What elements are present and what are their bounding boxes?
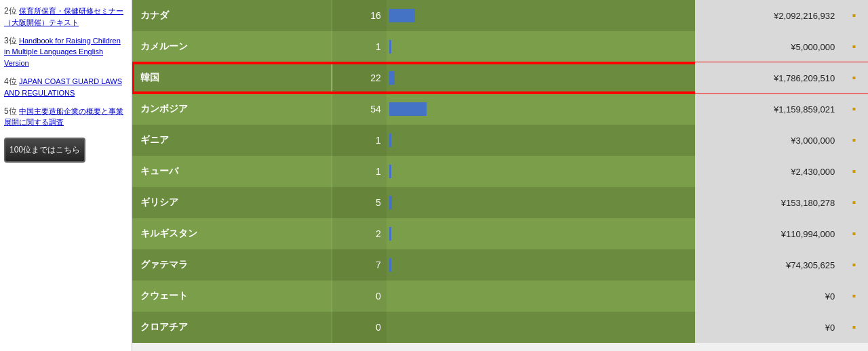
bar-cell bbox=[387, 187, 695, 218]
table-row: クロアチア0¥0▪ bbox=[132, 312, 868, 343]
bar-cell bbox=[387, 249, 695, 281]
bar-cell bbox=[387, 31, 695, 62]
count-value: 7 bbox=[332, 249, 387, 281]
bar-cell bbox=[387, 94, 695, 125]
amount-value: ¥3,000,000 bbox=[695, 125, 840, 156]
country-name: 韓国 bbox=[132, 62, 332, 94]
row-icon: ▪ bbox=[840, 0, 867, 31]
count-value: 1 bbox=[332, 156, 387, 187]
amount-value: ¥2,092,216,932 bbox=[695, 0, 840, 31]
rank-num-2: 2位 bbox=[4, 6, 17, 16]
main-content: カナダ16¥2,092,216,932▪カメルーン1¥5,000,000▪韓国2… bbox=[132, 0, 868, 351]
count-value: 0 bbox=[332, 281, 387, 312]
count-value: 5 bbox=[332, 187, 387, 218]
amount-value: ¥110,994,000 bbox=[695, 218, 840, 249]
table-row: カメルーン1¥5,000,000▪ bbox=[132, 31, 868, 62]
count-value: 16 bbox=[332, 0, 387, 31]
count-value: 54 bbox=[332, 94, 387, 125]
country-table: カナダ16¥2,092,216,932▪カメルーン1¥5,000,000▪韓国2… bbox=[132, 0, 868, 343]
country-name: カメルーン bbox=[132, 31, 332, 62]
country-name: ギリシア bbox=[132, 187, 332, 218]
rank-num-4: 4位 bbox=[4, 77, 17, 86]
table-row: ギニア1¥3,000,000▪ bbox=[132, 125, 868, 156]
table-row: 韓国22¥1,786,209,510▪ bbox=[132, 62, 868, 94]
row-icon: ▪ bbox=[840, 62, 867, 94]
sidebar: 2位 保育所保育・保健研修セミナー（大阪開催）テキスト 3位 Handbook … bbox=[0, 0, 132, 351]
table-row: ギリシア5¥153,180,278▪ bbox=[132, 187, 868, 218]
amount-value: ¥0 bbox=[695, 281, 840, 312]
rank-item-2: 2位 保育所保育・保健研修セミナー（大阪開催）テキスト bbox=[4, 5, 127, 28]
row-icon: ▪ bbox=[840, 94, 867, 125]
bar-cell bbox=[387, 0, 695, 31]
bar-cell bbox=[387, 125, 695, 156]
row-icon: ▪ bbox=[840, 281, 867, 312]
row-icon: ▪ bbox=[840, 31, 867, 62]
amount-value: ¥2,430,000 bbox=[695, 156, 840, 187]
country-name: キルギスタン bbox=[132, 218, 332, 249]
row-icon: ▪ bbox=[840, 187, 867, 218]
amount-value: ¥1,786,209,510 bbox=[695, 62, 840, 94]
rank-num-5: 5位 bbox=[4, 106, 17, 116]
table-row: グァテマラ7¥74,305,625▪ bbox=[132, 249, 868, 281]
amount-value: ¥5,000,000 bbox=[695, 31, 840, 62]
rank-link-4[interactable]: JAPAN COAST GUARD LAWS AND REGULATIONS bbox=[4, 77, 122, 97]
rank-num-3: 3位 bbox=[4, 36, 17, 45]
bar-cell bbox=[387, 62, 695, 94]
country-name: クロアチア bbox=[132, 312, 332, 343]
rank-link-5[interactable]: 中国主要造船企業の概要と事業展開に関する調査 bbox=[4, 107, 123, 127]
country-name: ギニア bbox=[132, 125, 332, 156]
country-name: クウェート bbox=[132, 281, 332, 312]
amount-value: ¥0 bbox=[695, 312, 840, 343]
bar-cell bbox=[387, 156, 695, 187]
table-row: カナダ16¥2,092,216,932▪ bbox=[132, 0, 868, 31]
row-icon: ▪ bbox=[840, 125, 867, 156]
rank-item-5: 5位 中国主要造船企業の概要と事業展開に関する調査 bbox=[4, 106, 127, 129]
table-row: クウェート0¥0▪ bbox=[132, 281, 868, 312]
amount-value: ¥74,305,625 bbox=[695, 249, 840, 281]
table-row: カンボジア54¥1,159,859,021▪ bbox=[132, 94, 868, 125]
country-name: グァテマラ bbox=[132, 249, 332, 281]
row-icon: ▪ bbox=[840, 156, 867, 187]
table-row: キューバ1¥2,430,000▪ bbox=[132, 156, 868, 187]
count-value: 2 bbox=[332, 218, 387, 249]
country-name: カンボジア bbox=[132, 94, 332, 125]
count-value: 1 bbox=[332, 125, 387, 156]
amount-value: ¥153,180,278 bbox=[695, 187, 840, 218]
row-icon: ▪ bbox=[840, 218, 867, 249]
count-value: 22 bbox=[332, 62, 387, 94]
bar-cell bbox=[387, 281, 695, 312]
top100-button[interactable]: 100位まではこちら bbox=[4, 138, 85, 163]
rank-item-4: 4位 JAPAN COAST GUARD LAWS AND REGULATION… bbox=[4, 76, 127, 99]
rank-item-3: 3位 Handbook for Raising Children in Mult… bbox=[4, 35, 127, 69]
rank-link-3[interactable]: Handbook for Raising Children in Multipl… bbox=[4, 37, 121, 68]
amount-value: ¥1,159,859,021 bbox=[695, 94, 840, 125]
table-row: キルギスタン2¥110,994,000▪ bbox=[132, 218, 868, 249]
row-icon: ▪ bbox=[840, 312, 867, 343]
rank-link-2[interactable]: 保育所保育・保健研修セミナー（大阪開催）テキスト bbox=[4, 7, 123, 26]
country-name: カナダ bbox=[132, 0, 332, 31]
bar-cell bbox=[387, 312, 695, 343]
count-value: 0 bbox=[332, 312, 387, 343]
row-icon: ▪ bbox=[840, 249, 867, 281]
bar-cell bbox=[387, 218, 695, 249]
country-name: キューバ bbox=[132, 156, 332, 187]
count-value: 1 bbox=[332, 31, 387, 62]
